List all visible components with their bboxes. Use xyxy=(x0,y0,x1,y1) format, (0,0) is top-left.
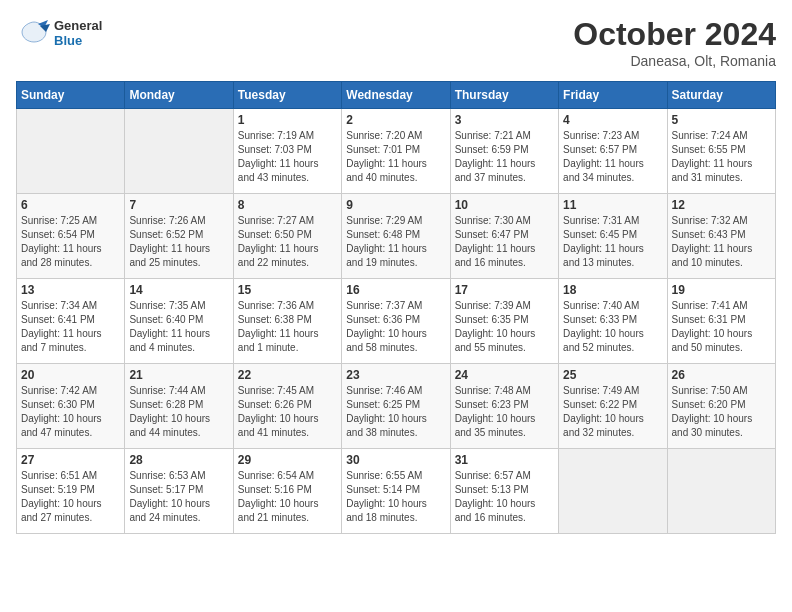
day-info: Sunrise: 7:46 AM Sunset: 6:25 PM Dayligh… xyxy=(346,384,445,440)
calendar-week-row: 6Sunrise: 7:25 AM Sunset: 6:54 PM Daylig… xyxy=(17,194,776,279)
day-number: 20 xyxy=(21,368,120,382)
day-info: Sunrise: 7:45 AM Sunset: 6:26 PM Dayligh… xyxy=(238,384,337,440)
day-info: Sunrise: 7:48 AM Sunset: 6:23 PM Dayligh… xyxy=(455,384,554,440)
calendar-week-row: 20Sunrise: 7:42 AM Sunset: 6:30 PM Dayli… xyxy=(17,364,776,449)
day-info: Sunrise: 7:40 AM Sunset: 6:33 PM Dayligh… xyxy=(563,299,662,355)
day-number: 1 xyxy=(238,113,337,127)
day-info: Sunrise: 7:29 AM Sunset: 6:48 PM Dayligh… xyxy=(346,214,445,270)
table-row: 18Sunrise: 7:40 AM Sunset: 6:33 PM Dayli… xyxy=(559,279,667,364)
table-row: 22Sunrise: 7:45 AM Sunset: 6:26 PM Dayli… xyxy=(233,364,341,449)
day-info: Sunrise: 7:36 AM Sunset: 6:38 PM Dayligh… xyxy=(238,299,337,355)
logo-blue-text: Blue xyxy=(54,34,102,49)
calendar-week-row: 27Sunrise: 6:51 AM Sunset: 5:19 PM Dayli… xyxy=(17,449,776,534)
table-row xyxy=(125,109,233,194)
day-number: 18 xyxy=(563,283,662,297)
table-row: 25Sunrise: 7:49 AM Sunset: 6:22 PM Dayli… xyxy=(559,364,667,449)
day-number: 11 xyxy=(563,198,662,212)
day-number: 27 xyxy=(21,453,120,467)
day-info: Sunrise: 7:35 AM Sunset: 6:40 PM Dayligh… xyxy=(129,299,228,355)
day-info: Sunrise: 6:57 AM Sunset: 5:13 PM Dayligh… xyxy=(455,469,554,525)
logo-bird-icon xyxy=(16,16,52,52)
table-row: 31Sunrise: 6:57 AM Sunset: 5:13 PM Dayli… xyxy=(450,449,558,534)
day-number: 2 xyxy=(346,113,445,127)
day-number: 15 xyxy=(238,283,337,297)
day-number: 13 xyxy=(21,283,120,297)
day-number: 31 xyxy=(455,453,554,467)
logo: General Blue xyxy=(16,16,102,52)
table-row: 30Sunrise: 6:55 AM Sunset: 5:14 PM Dayli… xyxy=(342,449,450,534)
table-row xyxy=(667,449,775,534)
day-info: Sunrise: 6:51 AM Sunset: 5:19 PM Dayligh… xyxy=(21,469,120,525)
day-info: Sunrise: 7:39 AM Sunset: 6:35 PM Dayligh… xyxy=(455,299,554,355)
table-row: 2Sunrise: 7:20 AM Sunset: 7:01 PM Daylig… xyxy=(342,109,450,194)
col-wednesday: Wednesday xyxy=(342,82,450,109)
day-info: Sunrise: 7:49 AM Sunset: 6:22 PM Dayligh… xyxy=(563,384,662,440)
col-monday: Monday xyxy=(125,82,233,109)
table-row: 14Sunrise: 7:35 AM Sunset: 6:40 PM Dayli… xyxy=(125,279,233,364)
day-number: 22 xyxy=(238,368,337,382)
page-header: General Blue October 2024 Daneasa, Olt, … xyxy=(16,16,776,69)
day-info: Sunrise: 7:50 AM Sunset: 6:20 PM Dayligh… xyxy=(672,384,771,440)
day-number: 5 xyxy=(672,113,771,127)
calendar-week-row: 1Sunrise: 7:19 AM Sunset: 7:03 PM Daylig… xyxy=(17,109,776,194)
table-row: 23Sunrise: 7:46 AM Sunset: 6:25 PM Dayli… xyxy=(342,364,450,449)
day-info: Sunrise: 7:41 AM Sunset: 6:31 PM Dayligh… xyxy=(672,299,771,355)
table-row: 11Sunrise: 7:31 AM Sunset: 6:45 PM Dayli… xyxy=(559,194,667,279)
day-info: Sunrise: 7:25 AM Sunset: 6:54 PM Dayligh… xyxy=(21,214,120,270)
table-row: 10Sunrise: 7:30 AM Sunset: 6:47 PM Dayli… xyxy=(450,194,558,279)
col-friday: Friday xyxy=(559,82,667,109)
table-row: 26Sunrise: 7:50 AM Sunset: 6:20 PM Dayli… xyxy=(667,364,775,449)
table-row: 20Sunrise: 7:42 AM Sunset: 6:30 PM Dayli… xyxy=(17,364,125,449)
table-row: 29Sunrise: 6:54 AM Sunset: 5:16 PM Dayli… xyxy=(233,449,341,534)
table-row: 12Sunrise: 7:32 AM Sunset: 6:43 PM Dayli… xyxy=(667,194,775,279)
day-number: 8 xyxy=(238,198,337,212)
day-info: Sunrise: 7:27 AM Sunset: 6:50 PM Dayligh… xyxy=(238,214,337,270)
logo-general-text: General xyxy=(54,19,102,34)
table-row: 27Sunrise: 6:51 AM Sunset: 5:19 PM Dayli… xyxy=(17,449,125,534)
calendar-title: October 2024 xyxy=(573,16,776,53)
day-number: 26 xyxy=(672,368,771,382)
calendar-table: Sunday Monday Tuesday Wednesday Thursday… xyxy=(16,81,776,534)
day-number: 17 xyxy=(455,283,554,297)
table-row: 8Sunrise: 7:27 AM Sunset: 6:50 PM Daylig… xyxy=(233,194,341,279)
table-row: 17Sunrise: 7:39 AM Sunset: 6:35 PM Dayli… xyxy=(450,279,558,364)
logo-graphic: General Blue xyxy=(16,16,102,52)
day-info: Sunrise: 7:31 AM Sunset: 6:45 PM Dayligh… xyxy=(563,214,662,270)
day-number: 6 xyxy=(21,198,120,212)
col-thursday: Thursday xyxy=(450,82,558,109)
day-info: Sunrise: 7:37 AM Sunset: 6:36 PM Dayligh… xyxy=(346,299,445,355)
day-info: Sunrise: 7:42 AM Sunset: 6:30 PM Dayligh… xyxy=(21,384,120,440)
table-row: 7Sunrise: 7:26 AM Sunset: 6:52 PM Daylig… xyxy=(125,194,233,279)
table-row: 9Sunrise: 7:29 AM Sunset: 6:48 PM Daylig… xyxy=(342,194,450,279)
title-block: October 2024 Daneasa, Olt, Romania xyxy=(573,16,776,69)
day-info: Sunrise: 7:26 AM Sunset: 6:52 PM Dayligh… xyxy=(129,214,228,270)
day-number: 4 xyxy=(563,113,662,127)
day-info: Sunrise: 7:32 AM Sunset: 6:43 PM Dayligh… xyxy=(672,214,771,270)
calendar-header-row: Sunday Monday Tuesday Wednesday Thursday… xyxy=(17,82,776,109)
col-sunday: Sunday xyxy=(17,82,125,109)
table-row: 16Sunrise: 7:37 AM Sunset: 6:36 PM Dayli… xyxy=(342,279,450,364)
day-number: 24 xyxy=(455,368,554,382)
table-row xyxy=(559,449,667,534)
day-info: Sunrise: 7:44 AM Sunset: 6:28 PM Dayligh… xyxy=(129,384,228,440)
table-row: 15Sunrise: 7:36 AM Sunset: 6:38 PM Dayli… xyxy=(233,279,341,364)
day-number: 29 xyxy=(238,453,337,467)
day-number: 28 xyxy=(129,453,228,467)
day-info: Sunrise: 7:34 AM Sunset: 6:41 PM Dayligh… xyxy=(21,299,120,355)
day-info: Sunrise: 7:20 AM Sunset: 7:01 PM Dayligh… xyxy=(346,129,445,185)
table-row: 13Sunrise: 7:34 AM Sunset: 6:41 PM Dayli… xyxy=(17,279,125,364)
day-info: Sunrise: 7:30 AM Sunset: 6:47 PM Dayligh… xyxy=(455,214,554,270)
day-number: 10 xyxy=(455,198,554,212)
day-info: Sunrise: 7:19 AM Sunset: 7:03 PM Dayligh… xyxy=(238,129,337,185)
day-number: 23 xyxy=(346,368,445,382)
day-number: 7 xyxy=(129,198,228,212)
table-row: 28Sunrise: 6:53 AM Sunset: 5:17 PM Dayli… xyxy=(125,449,233,534)
logo-text-block: General Blue xyxy=(54,19,102,49)
table-row: 4Sunrise: 7:23 AM Sunset: 6:57 PM Daylig… xyxy=(559,109,667,194)
day-info: Sunrise: 7:23 AM Sunset: 6:57 PM Dayligh… xyxy=(563,129,662,185)
day-info: Sunrise: 7:21 AM Sunset: 6:59 PM Dayligh… xyxy=(455,129,554,185)
day-number: 9 xyxy=(346,198,445,212)
calendar-week-row: 13Sunrise: 7:34 AM Sunset: 6:41 PM Dayli… xyxy=(17,279,776,364)
day-number: 21 xyxy=(129,368,228,382)
day-number: 16 xyxy=(346,283,445,297)
